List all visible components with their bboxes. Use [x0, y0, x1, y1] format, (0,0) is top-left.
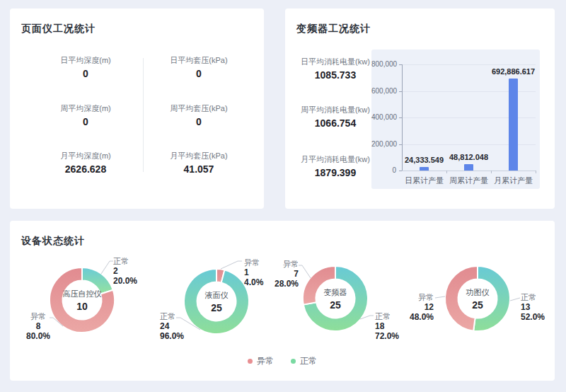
segment-count: 12 — [391, 302, 434, 312]
stat-label: 日平均深度(m) — [29, 55, 142, 66]
stat-value: 0 — [142, 116, 255, 127]
stat-value: 1085.733 — [289, 69, 381, 81]
stat-value: 0 — [29, 68, 142, 79]
legend-item-abnormal[interactable]: 异常 — [248, 355, 274, 367]
stat-label: 日平均消耗电量(kw) — [289, 57, 381, 67]
bar[interactable] — [509, 79, 518, 171]
stat-value: 2626.628 — [29, 163, 142, 175]
stat-daily-power-consumption: 日平均消耗电量(kw) 1085.733 — [289, 57, 381, 81]
stat-label: 周平均深度(m) — [29, 103, 142, 114]
bar[interactable] — [464, 164, 473, 171]
segment-count: 24 — [160, 321, 184, 331]
stat-label: 周平均套压(kPa) — [142, 103, 255, 114]
stat-value: 0 — [142, 68, 255, 79]
stat-monthly-power-consumption: 月平均消耗电量(kw) 1879.399 — [289, 154, 381, 178]
segment-percent: 28.0% — [259, 279, 299, 289]
x-category-label: 周累计产量 — [446, 175, 491, 186]
x-axis-line — [402, 171, 536, 171]
stat-monthly-casing-pressure: 月平均套压(kPa) 41.057 — [142, 151, 255, 175]
x-axis-tick — [446, 171, 447, 173]
segment-name: 正常 — [113, 256, 137, 266]
x-axis-tick — [536, 171, 536, 173]
stat-weekly-casing-pressure: 周平均套压(kPa) 0 — [142, 103, 255, 127]
y-axis-tick-label: 600,000 — [371, 87, 396, 95]
segment-name: 正常 — [521, 292, 545, 302]
y-axis-tick-label: 400,000 — [371, 113, 396, 121]
status-legend: 异常 正常 — [10, 355, 555, 367]
donut-label-normal: 正常 13 52.0% — [521, 292, 545, 322]
legend-label: 正常 — [300, 355, 317, 367]
production-bar-chart: 0200,000400,000600,000800,00024,333.549日… — [371, 50, 540, 189]
device-total: 25 — [300, 299, 371, 311]
bar-value-label: 692,886.617 — [482, 67, 545, 76]
stat-daily-casing-pressure: 日平均套压(kPa) 0 — [142, 55, 255, 79]
segment-name: 正常 — [160, 311, 184, 321]
stat-label: 月平均深度(m) — [29, 151, 142, 161]
device-total: 25 — [442, 299, 513, 311]
stat-value: 0 — [29, 116, 142, 127]
panel-title: 页面仪工况统计 — [21, 23, 96, 35]
stat-monthly-depth: 月平均深度(m) 2626.628 — [29, 151, 142, 175]
stat-weekly-power-consumption: 周平均消耗电量(kw) 1066.754 — [289, 105, 381, 129]
donut-chart-dynamometer: 功图仪 25 — [434, 255, 521, 342]
segment-percent: 48.0% — [391, 312, 434, 322]
stat-label: 月平均套压(kPa) — [142, 151, 255, 161]
y-gridline — [402, 64, 536, 65]
panel-gauge-stats: 页面仪工况统计 日平均深度(m) 0 周平均深度(m) 0 月平均深度(m) 2… — [10, 8, 264, 209]
segment-count: 18 — [375, 321, 399, 331]
x-axis-tick — [491, 171, 492, 173]
donut-center-label: 变频器 25 — [300, 287, 371, 311]
stat-value: 1879.399 — [289, 167, 381, 178]
segment-name: 异常 — [18, 311, 58, 321]
segment-count: 13 — [521, 302, 545, 312]
donut-chart-row: 高压自控仪 10 液面仪 25 变频器 25 — [10, 221, 555, 381]
x-category-label: 日累计产量 — [402, 175, 446, 186]
donut-label-abnormal: 异常 7 28.0% — [259, 259, 299, 289]
y-axis-line — [402, 64, 403, 171]
panel-inverter-stats: 变频器工况统计 日平均消耗电量(kw) 1085.733 周平均消耗电量(kw)… — [285, 8, 555, 209]
y-axis-tick-label: 0 — [371, 166, 396, 174]
donut-center-label: 功图仪 25 — [442, 287, 513, 311]
segment-percent: 72.0% — [375, 331, 399, 341]
segment-count: 8 — [18, 321, 58, 331]
donut-label-abnormal: 异常 12 48.0% — [391, 292, 434, 322]
stat-label: 月平均消耗电量(kw) — [289, 154, 381, 165]
stat-value: 41.057 — [142, 163, 255, 175]
donut-label-normal: 正常 2 20.0% — [113, 256, 137, 286]
segment-name: 异常 — [259, 259, 299, 269]
legend-item-normal[interactable]: 正常 — [291, 355, 317, 367]
dashboard-page: 页面仪工况统计 日平均深度(m) 0 周平均深度(m) 0 月平均深度(m) 2… — [0, 0, 566, 392]
segment-count: 2 — [113, 266, 137, 276]
segment-percent: 52.0% — [521, 312, 545, 322]
legend-dot-normal — [291, 359, 296, 364]
x-category-label: 月累计产量 — [491, 175, 536, 186]
stat-weekly-depth: 周平均深度(m) 0 — [29, 103, 142, 127]
device-name: 液面仪 — [181, 290, 252, 301]
stat-label: 周平均消耗电量(kw) — [289, 105, 381, 115]
panel-device-status: 设备状态统计 高压自控仪 10 液面仪 25 变频器 — [10, 221, 555, 381]
stat-label: 日平均套压(kPa) — [142, 55, 255, 66]
device-total: 10 — [47, 301, 117, 312]
donut-label-abnormal: 异常 8 80.0% — [18, 311, 58, 341]
legend-dot-abnormal — [248, 359, 253, 364]
segment-count: 7 — [259, 269, 299, 279]
stat-value: 1066.754 — [289, 117, 381, 129]
device-total: 25 — [181, 302, 252, 313]
donut-center-label: 液面仪 25 — [181, 290, 252, 313]
segment-percent: 80.0% — [18, 331, 58, 341]
donut-center-label: 高压自控仪 10 — [47, 289, 117, 312]
device-name: 功图仪 — [442, 287, 513, 298]
donut-chart-inverter: 变频器 25 — [292, 255, 379, 342]
y-axis-tick-label: 800,000 — [371, 60, 396, 68]
segment-name: 异常 — [391, 292, 434, 302]
device-name: 高压自控仪 — [47, 289, 117, 299]
bar[interactable] — [420, 167, 429, 171]
device-name: 变频器 — [300, 287, 371, 298]
panel-title: 变频器工况统计 — [296, 23, 371, 35]
bar-value-label: 48,812.048 — [437, 153, 501, 161]
y-axis-tick-label: 200,000 — [371, 140, 396, 148]
legend-label: 异常 — [257, 355, 274, 367]
donut-label-normal: 正常 24 96.0% — [160, 311, 184, 341]
stat-daily-depth: 日平均深度(m) 0 — [29, 55, 142, 79]
segment-percent: 20.0% — [113, 276, 137, 286]
